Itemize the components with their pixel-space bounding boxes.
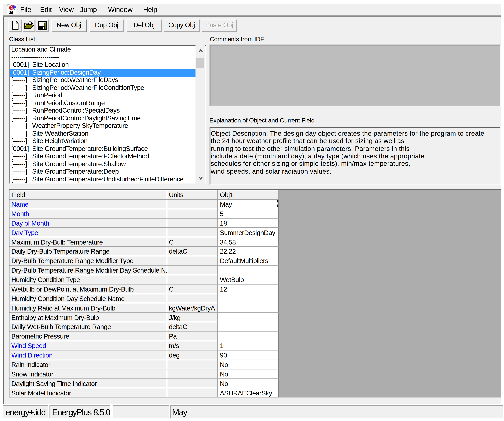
svg-text:Idil: Idil <box>7 10 13 14</box>
